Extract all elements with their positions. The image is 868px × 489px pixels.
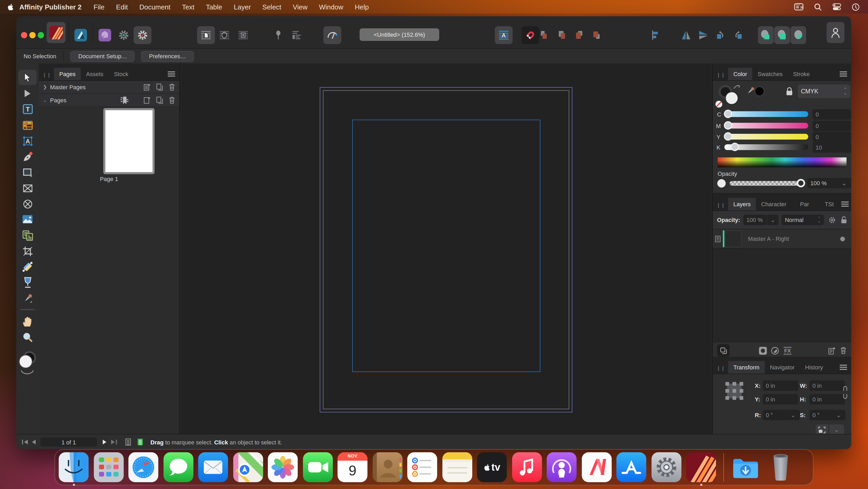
menu-item-document[interactable]: Document <box>140 3 170 11</box>
page-indicator-field[interactable]: 1 of 1 <box>40 438 97 447</box>
tab-pages[interactable]: Pages <box>54 68 81 80</box>
layer-lock-icon[interactable] <box>841 216 847 224</box>
cyan-value-field[interactable]: 0 <box>812 109 851 120</box>
menu-item-file[interactable]: File <box>94 3 104 11</box>
dock-contacts-icon[interactable] <box>372 452 402 482</box>
menu-item-text[interactable]: Text <box>182 3 194 11</box>
adjustment-layer-icon[interactable] <box>771 347 779 354</box>
page-thumbnail[interactable] <box>103 108 155 174</box>
tab-swatches[interactable]: Swatches <box>752 68 788 80</box>
link-dimensions-icon[interactable] <box>843 386 847 399</box>
opacity-dropdown-chevron[interactable]: ⌄ <box>837 178 851 189</box>
panel-menu-icon[interactable] <box>840 365 851 374</box>
minimize-window-button[interactable] <box>29 32 36 38</box>
panel-menu-icon[interactable] <box>841 201 851 210</box>
panel-drag-handle[interactable]: ❙❙ <box>39 73 54 80</box>
move-to-back-button[interactable] <box>588 26 606 44</box>
menu-item-edit[interactable]: Edit <box>116 3 128 11</box>
y-field[interactable]: 0 in <box>763 394 798 405</box>
magenta-value-field[interactable]: 0 <box>812 121 851 131</box>
dock-appletv-icon[interactable]: tv <box>477 452 507 482</box>
layer-name[interactable]: Master A - Right <box>748 236 789 242</box>
preferences-button[interactable]: Preferences… <box>141 51 194 62</box>
table-tool[interactable] <box>19 118 36 132</box>
s-dropdown-chevron[interactable]: ⌄ <box>832 410 845 420</box>
pages-section-header[interactable]: ⌄ Pages <box>39 94 179 107</box>
opacity-value-field[interactable]: 100 % <box>807 178 841 189</box>
previous-page-button[interactable] <box>31 439 36 445</box>
control-center-icon[interactable] <box>832 3 841 10</box>
panel-drag-handle[interactable]: ❙❙ <box>713 203 728 210</box>
duplicate-layers-button[interactable] <box>717 344 730 357</box>
tab-stock[interactable]: Stock <box>109 68 134 80</box>
transform-origin-button[interactable] <box>815 425 828 435</box>
text-wrap-page-button[interactable] <box>197 26 215 44</box>
text-frame-tool[interactable]: T <box>19 102 36 116</box>
tab-transform[interactable]: Transform <box>728 361 765 374</box>
duplicate-master-icon[interactable] <box>156 83 163 91</box>
menu-item-help[interactable]: Help <box>355 3 369 11</box>
color-spectrum[interactable] <box>718 157 846 167</box>
fill-color-swatch[interactable] <box>724 91 739 106</box>
picture-frame-ellipse-tool[interactable] <box>19 197 36 211</box>
rotate-anticlockwise-button[interactable] <box>712 26 730 44</box>
alignment-button[interactable] <box>646 26 664 44</box>
next-page-button[interactable] <box>102 439 107 445</box>
zoom-window-button[interactable] <box>38 32 44 38</box>
pen-tool[interactable] <box>19 149 36 164</box>
r-dropdown-chevron[interactable]: ⌄ <box>786 410 800 420</box>
flip-horizontal-button[interactable] <box>677 26 695 44</box>
menu-item-select[interactable]: Select <box>262 3 281 11</box>
blend-mode-select[interactable]: Normal⌃⌄ <box>782 214 824 225</box>
tab-text-styles[interactable]: TSt <box>817 198 841 210</box>
h-field[interactable]: 0 in <box>809 394 845 405</box>
layer-row-master-a-right[interactable]: Master A - Right <box>713 229 851 249</box>
zoom-tool[interactable] <box>19 330 36 344</box>
clock-icon[interactable] <box>852 3 860 11</box>
publisher-persona-button[interactable] <box>46 22 65 43</box>
search-icon[interactable] <box>814 3 822 11</box>
keyboard-viewer-icon[interactable]: ⌘ <box>794 3 804 10</box>
baseline-grid-button[interactable]: A <box>495 26 513 44</box>
pages-tool[interactable] <box>19 228 36 242</box>
preview-mode-button[interactable] <box>323 26 341 44</box>
yellow-value-field[interactable]: 0 <box>812 132 851 142</box>
geometry-subtract-button[interactable] <box>774 26 790 44</box>
dock-finder-icon[interactable] <box>59 452 89 482</box>
layer-effects-icon[interactable]: FX <box>783 347 792 354</box>
preflight-status-icon[interactable] <box>137 438 144 446</box>
dock-appstore-icon[interactable] <box>616 452 646 482</box>
lock-icon[interactable] <box>786 87 793 96</box>
menu-app-name[interactable]: Affinity Publisher 2 <box>20 3 82 11</box>
delete-layer-icon[interactable] <box>840 347 846 354</box>
layer-opacity-chevron[interactable]: ⌄ <box>767 214 779 225</box>
duplicate-page-icon[interactable] <box>156 96 163 104</box>
dock-maps-icon[interactable] <box>233 452 263 482</box>
dock-facetime-icon[interactable] <box>303 452 333 482</box>
artistic-text-tool[interactable]: A <box>19 134 36 148</box>
transparency-tool[interactable] <box>19 276 36 290</box>
tab-navigator[interactable]: Navigator <box>765 361 800 374</box>
layer-visibility-dot[interactable] <box>840 236 845 241</box>
rectangle-tool[interactable] <box>19 165 36 179</box>
account-button[interactable] <box>827 22 844 43</box>
dock-affinity-publisher-icon[interactable] <box>686 452 716 482</box>
tab-character[interactable]: Character <box>756 198 792 210</box>
fill-tool[interactable] <box>19 260 36 274</box>
last-page-button[interactable] <box>111 439 117 445</box>
tab-history[interactable]: History <box>800 361 828 374</box>
dock-notes-icon[interactable] <box>442 452 472 482</box>
yellow-slider[interactable] <box>724 134 808 140</box>
layer-thumbnail[interactable] <box>725 230 742 247</box>
collapse-chevron-icon[interactable]: ❯ <box>43 84 47 90</box>
black-slider[interactable] <box>724 144 808 150</box>
dock-podcasts-icon[interactable] <box>547 452 577 482</box>
tab-layers[interactable]: Layers <box>728 198 756 210</box>
apply-master-icon[interactable] <box>121 96 128 104</box>
geometry-add-button[interactable] <box>758 26 774 44</box>
dock-messages-icon[interactable] <box>163 452 193 482</box>
pages-view-icon[interactable] <box>125 438 131 446</box>
tab-paragraph[interactable]: Par <box>792 198 817 210</box>
opacity-slider[interactable] <box>730 181 803 186</box>
close-window-button[interactable] <box>21 32 27 38</box>
